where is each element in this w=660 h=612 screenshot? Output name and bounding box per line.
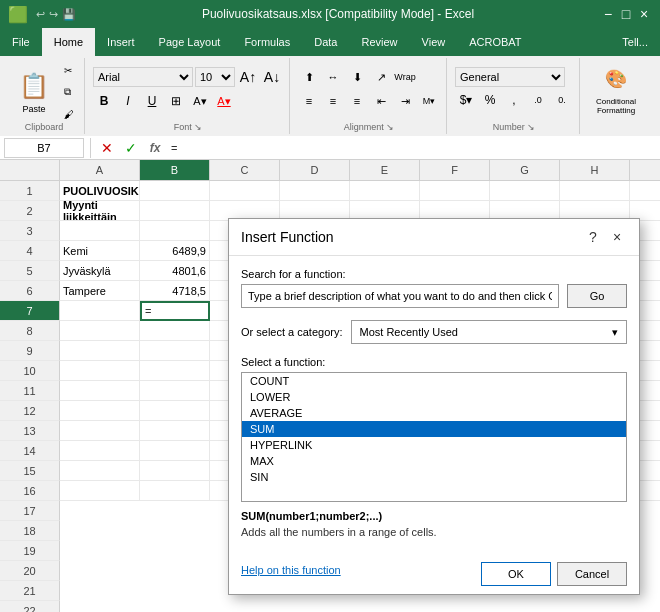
dialog-title: Insert Function: [241, 229, 334, 245]
dialog-body: Search for a function: Go Or select a ca…: [229, 256, 639, 558]
dialog-title-bar: Insert Function ? ×: [229, 219, 639, 256]
function-signature: SUM(number1;number2;...): [241, 510, 627, 522]
function-list-label: Select a function:: [241, 356, 627, 368]
dialog-title-icons: ? ×: [583, 227, 627, 247]
function-description: Adds all the numbers in a range of cells…: [241, 526, 627, 538]
go-button[interactable]: Go: [567, 284, 627, 308]
insert-function-dialog: Insert Function ? × Search for a functio…: [228, 218, 640, 595]
dialog-help-icon-button[interactable]: ?: [583, 227, 603, 247]
category-select[interactable]: Most Recently Used ▾: [351, 320, 628, 344]
search-label: Search for a function:: [241, 268, 627, 280]
search-function-input[interactable]: [241, 284, 559, 308]
dialog-overlay: Insert Function ? × Search for a functio…: [0, 0, 660, 612]
dialog-action-buttons: OK Cancel: [481, 562, 627, 586]
dialog-footer: Help on this function OK Cancel: [229, 558, 639, 594]
function-item-hyperlink[interactable]: HYPERLINK: [242, 437, 626, 453]
category-row: Or select a category: Most Recently Used…: [241, 320, 627, 344]
function-item-sin[interactable]: SIN: [242, 469, 626, 485]
function-item-average[interactable]: AVERAGE: [242, 405, 626, 421]
function-item-sum[interactable]: SUM: [242, 421, 626, 437]
category-select-wrapper: Most Recently Used ▾: [351, 320, 628, 344]
ok-button[interactable]: OK: [481, 562, 551, 586]
cancel-button[interactable]: Cancel: [557, 562, 627, 586]
category-arrow-icon: ▾: [612, 326, 618, 339]
function-item-max[interactable]: MAX: [242, 453, 626, 469]
selected-category-text: Most Recently Used: [360, 326, 458, 338]
help-link[interactable]: Help on this function: [241, 564, 341, 576]
search-row: Go: [241, 284, 627, 308]
function-item-count[interactable]: COUNT: [242, 373, 626, 389]
dialog-close-icon-button[interactable]: ×: [607, 227, 627, 247]
category-label: Or select a category:: [241, 326, 343, 338]
function-item-lower[interactable]: LOWER: [242, 389, 626, 405]
function-list[interactable]: COUNT LOWER AVERAGE SUM HYPERLINK MAX SI…: [241, 372, 627, 502]
